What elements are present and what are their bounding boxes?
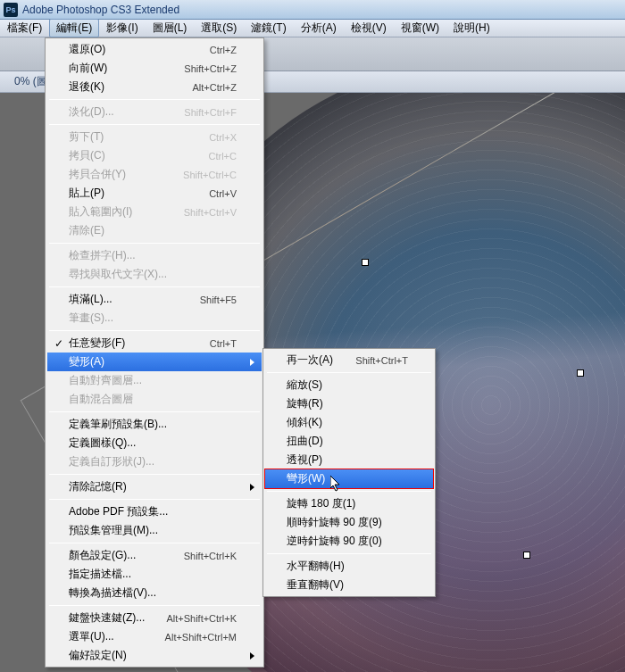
menu-item: 尋找與取代文字(X)... <box>47 265 262 284</box>
menu-item: 定義自訂形狀(J)... <box>47 452 262 471</box>
menubar-item[interactable]: 檔案(F) <box>0 19 49 37</box>
menu-item[interactable]: 定義圖樣(Q)... <box>47 434 262 452</box>
menu-separator <box>49 286 260 287</box>
menu-item[interactable]: 預設集管理員(M)... <box>47 521 262 540</box>
menu-separator <box>49 99 260 100</box>
submenu-item[interactable]: 透視(P) <box>265 451 433 469</box>
menu-item[interactable]: 退後(K)Alt+Ctrl+Z <box>47 78 262 96</box>
menu-item: 拷貝合併(Y)Shift+Ctrl+C <box>47 165 262 184</box>
menubar-item[interactable]: 影像(I) <box>99 19 145 37</box>
submenu-item[interactable]: 旋轉(R) <box>265 394 433 413</box>
app-icon: Ps <box>4 3 18 17</box>
menu-item: 檢查拼字(H)... <box>47 246 262 265</box>
submenu-item[interactable]: 逆時針旋轉 90 度(0) <box>265 532 433 551</box>
menu-item[interactable]: 選單(U)...Alt+Shift+Ctrl+M <box>47 627 262 646</box>
submenu-item[interactable]: 垂直翻轉(V) <box>265 576 433 594</box>
menubar-item[interactable]: 說明(H) <box>446 19 497 37</box>
menu-item[interactable]: 鍵盤快速鍵(Z)...Alt+Shift+Ctrl+K <box>47 609 262 627</box>
menubar-item[interactable]: 視窗(W) <box>394 19 446 37</box>
submenu-item[interactable]: 傾斜(K) <box>265 413 433 432</box>
menu-separator <box>49 499 260 500</box>
menu-separator <box>267 491 431 492</box>
menubar-item[interactable]: 檢視(V) <box>344 19 394 37</box>
menubar-item[interactable]: 圖層(L) <box>146 19 195 37</box>
menu-item[interactable]: 還原(O)Ctrl+Z <box>47 40 262 59</box>
menu-item: 自動混合圖層 <box>47 390 262 409</box>
menu-item[interactable]: 向前(W)Shift+Ctrl+Z <box>47 59 262 78</box>
menu-item: 筆畫(S)... <box>47 309 262 328</box>
submenu-item[interactable]: 彎形(W) <box>265 469 433 488</box>
menu-item[interactable]: 貼上(P)Ctrl+V <box>47 184 262 203</box>
menu-item[interactable]: 顏色設定(G)...Shift+Ctrl+K <box>47 546 262 565</box>
menubar-item[interactable]: 編輯(E) <box>49 19 99 37</box>
menu-item[interactable]: 定義筆刷預設集(B)... <box>47 415 262 434</box>
submenu-item[interactable]: 縮放(S) <box>265 376 433 394</box>
submenu-item[interactable]: 扭曲(D) <box>265 432 433 451</box>
menu-item[interactable]: Adobe PDF 預設集... <box>47 502 262 521</box>
menu-bar[interactable]: 檔案(F)編輯(E)影像(I)圖層(L)選取(S)濾鏡(T)分析(A)檢視(V)… <box>0 20 625 37</box>
highlighted-item-box: 彎形(W) <box>264 469 434 489</box>
menubar-item[interactable]: 分析(A) <box>294 19 344 37</box>
transform-handle[interactable] <box>523 552 530 559</box>
menu-separator <box>49 474 260 475</box>
menu-item[interactable]: 變形(A) <box>47 353 262 371</box>
menu-item[interactable]: 清除記憶(R) <box>47 477 262 496</box>
submenu-item[interactable]: 旋轉 180 度(1) <box>265 494 433 513</box>
transform-handle[interactable] <box>362 259 369 266</box>
menu-separator <box>49 243 260 244</box>
transform-submenu[interactable]: 再一次(A)Shift+Ctrl+T縮放(S)旋轉(R)傾斜(K)扭曲(D)透視… <box>262 348 436 597</box>
menu-item[interactable]: 指定描述檔... <box>47 565 262 584</box>
edit-menu-dropdown[interactable]: 還原(O)Ctrl+Z向前(W)Shift+Ctrl+Z退後(K)Alt+Ctr… <box>45 37 264 668</box>
menu-item: 剪下(T)Ctrl+X <box>47 128 262 146</box>
menu-separator <box>267 553 431 554</box>
transform-handle[interactable] <box>577 369 584 377</box>
menu-item: 貼入範圍內(I)Shift+Ctrl+V <box>47 203 262 221</box>
menu-item[interactable]: 轉換為描述檔(V)... <box>47 584 262 602</box>
menu-item[interactable]: ✓任意變形(F)Ctrl+T <box>47 334 262 353</box>
menu-item: 自動對齊圖層... <box>47 371 262 390</box>
menu-separator <box>267 372 431 373</box>
menu-item[interactable]: 偏好設定(N) <box>47 646 262 665</box>
menu-separator <box>49 411 260 412</box>
submenu-item[interactable]: 順時針旋轉 90 度(9) <box>265 513 433 532</box>
menubar-item[interactable]: 選取(S) <box>194 19 244 37</box>
menu-separator <box>49 330 260 331</box>
submenu-item[interactable]: 再一次(A)Shift+Ctrl+T <box>265 351 433 369</box>
menu-separator <box>49 124 260 125</box>
menubar-item[interactable]: 濾鏡(T) <box>244 19 293 37</box>
menu-separator <box>49 605 260 606</box>
menu-item[interactable]: 填滿(L)...Shift+F5 <box>47 290 262 309</box>
title-bar: Ps Adobe Photoshop CS3 Extended <box>0 0 625 20</box>
menu-separator <box>49 543 260 543</box>
menu-item: 拷貝(C)Ctrl+C <box>47 146 262 165</box>
app-title: Adobe Photoshop CS3 Extended <box>22 4 179 16</box>
submenu-item[interactable]: 水平翻轉(H) <box>265 557 433 576</box>
menu-item: 淡化(D)...Shift+Ctrl+F <box>47 103 262 121</box>
menu-item: 清除(E) <box>47 221 262 240</box>
